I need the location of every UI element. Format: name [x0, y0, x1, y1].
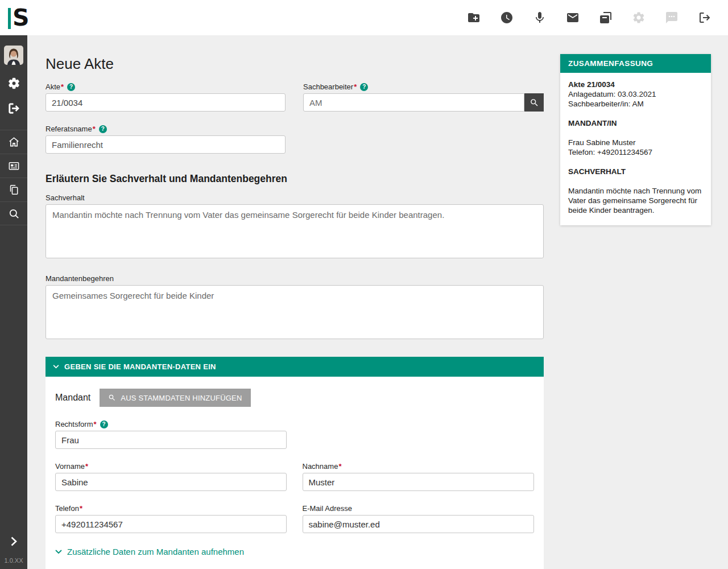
required-asterisk: * — [93, 125, 96, 133]
akte-help-icon[interactable]: ? — [67, 83, 75, 91]
sidebar-nav — [0, 130, 27, 225]
referatsname-label: Referatsname* ? — [46, 125, 286, 133]
summary-mandant-telefon: Telefon: +492011234567 — [568, 147, 703, 157]
required-asterisk: * — [338, 462, 341, 471]
copy-documents-icon[interactable] — [599, 11, 613, 24]
sachverhalt-textarea[interactable]: Mandantin möchte nach Trennung vom Vater… — [46, 204, 544, 258]
app-logo[interactable]: S — [8, 5, 30, 31]
settings-gear-icon[interactable] — [632, 11, 646, 24]
summary-card: ZUSAMMENFASSUNG Akte 21/0034 Anlagedatum… — [560, 54, 711, 225]
mail-envelope-icon[interactable] — [566, 11, 580, 24]
akte-label: Akte* ? — [46, 83, 286, 91]
history-clock-icon[interactable] — [500, 11, 514, 24]
vorname-label: Vorname* — [55, 462, 287, 471]
sidebar-contact-card-button[interactable] — [0, 154, 27, 178]
mandanten-daten-section-header[interactable]: GEBEN SIE DIE MANDANTEN-DATEN EIN — [46, 357, 544, 377]
required-asterisk: * — [80, 504, 82, 513]
mandanten-daten-panel: Mandant AUS STAMMDATEN HINZUFÜGEN Rechts… — [46, 377, 544, 569]
required-asterisk: * — [93, 420, 96, 428]
sidebar-home-button[interactable] — [0, 130, 27, 154]
nachname-input[interactable] — [303, 473, 535, 491]
dictation-microphone-icon[interactable] — [533, 11, 547, 24]
email-label: E-Mail Adresse — [303, 504, 535, 513]
sidebar-expand-chevron-icon[interactable] — [10, 536, 18, 549]
sachbearbeiter-input[interactable] — [303, 93, 524, 112]
mandantenbegehren-textarea[interactable]: Gemeinsames Sorgerecht für beide Kinder — [46, 285, 544, 339]
akte-input[interactable] — [46, 93, 286, 112]
new-case-form: Neue Akte Akte* ? Sachbearbeiter* ? — [46, 35, 544, 569]
mandantenbegehren-label: Mandantenbegehren — [46, 274, 544, 283]
summary-sachverhalt-heading: SACHVERHALT — [568, 167, 703, 176]
logout-exit-icon[interactable] — [698, 11, 712, 24]
email-input[interactable] — [303, 515, 535, 533]
sidebar: 1.0.XX — [0, 35, 27, 569]
mandant-title: Mandant — [55, 393, 90, 403]
additional-mandant-data-link[interactable]: Zusätzliche Daten zum Mandanten aufnehme… — [55, 547, 534, 556]
telefon-input[interactable] — [55, 515, 287, 533]
sachbearbeiter-search-button[interactable] — [524, 93, 544, 112]
required-asterisk: * — [61, 83, 64, 91]
rechtsform-input[interactable] — [55, 431, 287, 449]
sidebar-logout-button[interactable] — [0, 96, 27, 121]
summary-anlagedatum: Anlagedatum: 03.03.2021 — [568, 89, 703, 99]
summary-sachverhalt-text: Mandantin möchte nach Trennung vom Vater… — [568, 186, 703, 215]
sachbearbeiter-label: Sachbearbeiter* ? — [303, 83, 544, 91]
search-icon — [108, 394, 116, 402]
summary-mandant-name: Frau Sabine Muster — [568, 138, 703, 147]
referatsname-help-icon[interactable]: ? — [99, 125, 107, 133]
topbar-actions — [467, 0, 712, 35]
sidebar-search-button[interactable] — [0, 201, 27, 225]
nachname-label: Nachname* — [303, 462, 535, 471]
new-case-folder-icon[interactable] — [467, 11, 481, 24]
referatsname-input[interactable] — [46, 135, 286, 154]
sachverhalt-label: Sachverhalt — [46, 193, 544, 202]
sidebar-settings-button[interactable] — [0, 71, 27, 96]
main-area: Neue Akte Akte* ? Sachbearbeiter* ? — [27, 35, 728, 569]
app-version: 1.0.XX — [4, 557, 23, 564]
topbar: S — [0, 0, 728, 35]
stammdaten-hinzufuegen-button[interactable]: AUS STAMMDATEN HINZUFÜGEN — [100, 389, 250, 407]
logo-accent-bar — [8, 8, 11, 29]
chevron-down-icon — [53, 365, 59, 369]
rechtsform-help-icon[interactable]: ? — [100, 420, 108, 428]
summary-mandant-heading: MANDANT/IN — [568, 118, 703, 128]
sachbearbeiter-help-icon[interactable]: ? — [360, 83, 368, 91]
page-title: Neue Akte — [46, 55, 544, 73]
summary-sachbearbeiter: Sachbearbeiter/in: AM — [568, 99, 703, 109]
summary-akte: Akte 21/0034 — [568, 80, 703, 89]
user-avatar[interactable] — [4, 46, 23, 65]
chat-bubble-icon[interactable] — [665, 11, 679, 24]
search-icon — [530, 98, 539, 108]
required-asterisk: * — [85, 462, 88, 471]
sachverhalt-section-heading: Erläutern Sie Sachverhalt und Mandantenb… — [46, 173, 544, 185]
vorname-input[interactable] — [55, 473, 287, 491]
summary-header: ZUSAMMENFASSUNG — [560, 54, 711, 73]
telefon-label: Telefon* — [55, 504, 287, 513]
rechtsform-label: Rechtsform* ? — [55, 420, 534, 428]
summary-body: Akte 21/0034 Anlagedatum: 03.03.2021 Sac… — [560, 73, 711, 225]
required-asterisk: * — [354, 83, 357, 91]
sidebar-copy-documents-button[interactable] — [0, 178, 27, 201]
chevron-down-icon — [55, 550, 62, 554]
logo-letter: S — [13, 5, 30, 31]
